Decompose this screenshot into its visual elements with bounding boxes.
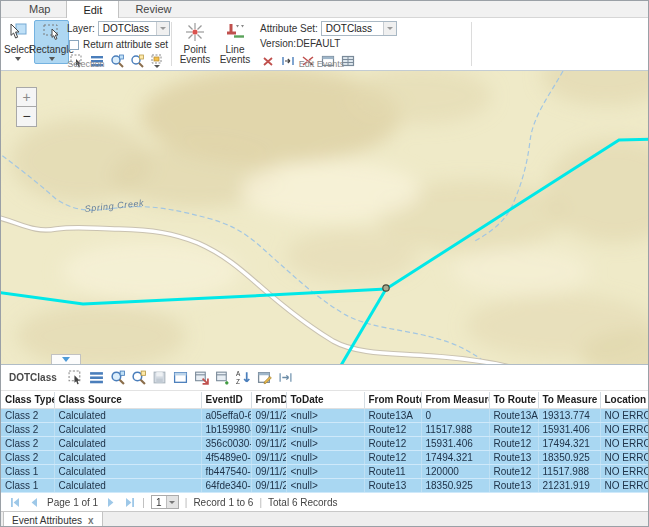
table-cell[interactable]: <null> bbox=[286, 436, 364, 450]
table-cell[interactable]: Route12 bbox=[489, 422, 538, 436]
table-cell[interactable]: Route12 bbox=[364, 422, 421, 436]
table-cell[interactable]: Calculated bbox=[54, 436, 201, 450]
table-row[interactable]: Class 2 Calculated a05effa0-62f8-11e5-8b… bbox=[1, 408, 649, 422]
table-cell[interactable]: 0 bbox=[421, 408, 489, 422]
table-cell[interactable]: 120000 bbox=[421, 464, 489, 478]
table-cell[interactable]: 09/11/2015 bbox=[251, 408, 286, 422]
rectangle-button[interactable]: Rectangle bbox=[34, 20, 69, 64]
column-header[interactable]: To Measure bbox=[538, 392, 600, 408]
tab-review[interactable]: Review bbox=[119, 0, 187, 17]
table-cell[interactable]: Route13A bbox=[364, 408, 421, 422]
open-table-icon[interactable] bbox=[173, 370, 189, 386]
layer-combobox[interactable]: DOTClass bbox=[98, 21, 170, 36]
pan-to-selection-icon[interactable] bbox=[131, 370, 147, 386]
table-cell[interactable]: 19313.774 bbox=[538, 408, 600, 422]
sort-icon[interactable]: AZ bbox=[236, 370, 252, 386]
table-cell[interactable]: NO ERROR bbox=[600, 450, 649, 464]
table-cell[interactable]: 21231.919 bbox=[538, 478, 600, 492]
panel-collapse-tab[interactable] bbox=[51, 354, 81, 364]
select-button[interactable]: Select bbox=[3, 20, 33, 64]
table-cell[interactable]: <null> bbox=[286, 450, 364, 464]
table-row[interactable]: Class 2 Calculated 4f5489e0-62f8-11e5-8b… bbox=[1, 450, 649, 464]
table-cell[interactable]: 11517.988 bbox=[421, 422, 489, 436]
table-cell[interactable]: 09/11/2015 bbox=[251, 478, 286, 492]
table-cell[interactable]: 64fde340-62f8-11e5-8bc6-ee32641d5ec9 bbox=[201, 478, 251, 492]
table-cell[interactable]: 17494.321 bbox=[421, 450, 489, 464]
delete-record-icon[interactable] bbox=[194, 370, 210, 386]
table-row[interactable]: Class 1 Calculated 64fde340-62f8-11e5-8b… bbox=[1, 478, 649, 492]
column-header[interactable]: EventID bbox=[201, 392, 251, 408]
table-cell[interactable]: fb447540-62f7-11e5-8bc6-ee32641d5ec9 bbox=[201, 464, 251, 478]
table-cell[interactable]: Calculated bbox=[54, 464, 201, 478]
table-cell[interactable]: 17494.321 bbox=[538, 436, 600, 450]
map-view[interactable]: Spring Creek + − bbox=[1, 71, 649, 364]
tab-map[interactable]: Map bbox=[13, 0, 66, 17]
table-cell[interactable]: NO ERROR bbox=[600, 464, 649, 478]
table-cell[interactable]: Calculated bbox=[54, 478, 201, 492]
table-cell[interactable]: <null> bbox=[286, 408, 364, 422]
table-cell[interactable]: Route13 bbox=[364, 478, 421, 492]
column-header[interactable]: To Route Name bbox=[489, 392, 538, 408]
first-page-button[interactable] bbox=[9, 496, 22, 509]
table-cell[interactable]: 4f5489e0-62f8-11e5-8bc6-ee32641d5ec9 bbox=[201, 450, 251, 464]
table-cell[interactable]: Route13 bbox=[489, 450, 538, 464]
previous-page-button[interactable] bbox=[28, 496, 41, 509]
table-cell[interactable]: 09/11/2015 bbox=[251, 464, 286, 478]
table-row[interactable]: Class 1 Calculated fb447540-62f7-11e5-8b… bbox=[1, 464, 649, 478]
table-cell[interactable]: 18350.925 bbox=[421, 478, 489, 492]
column-header[interactable]: FromDate bbox=[251, 392, 286, 408]
table-cell[interactable]: 11517.988 bbox=[538, 464, 600, 478]
table-cell[interactable]: 15931.406 bbox=[421, 436, 489, 450]
next-page-button[interactable] bbox=[104, 496, 117, 509]
selection-list-icon[interactable] bbox=[89, 370, 105, 386]
column-header[interactable]: Location Error bbox=[600, 392, 649, 408]
table-cell[interactable]: Route12 bbox=[364, 436, 421, 450]
column-header[interactable]: ToDate bbox=[286, 392, 364, 408]
table-cell[interactable]: Calculated bbox=[54, 450, 201, 464]
table-cell[interactable]: 09/11/2015 bbox=[251, 422, 286, 436]
add-record-icon[interactable] bbox=[215, 370, 231, 386]
table-cell[interactable]: Route13 bbox=[489, 478, 538, 492]
table-cell[interactable]: Route13A bbox=[489, 408, 538, 422]
table-cell[interactable]: Class 1 bbox=[1, 464, 54, 478]
table-cell[interactable]: 15931.406 bbox=[538, 422, 600, 436]
column-header[interactable]: Class Source bbox=[54, 392, 201, 408]
layer-combo-arrow-icon[interactable] bbox=[156, 22, 169, 35]
table-cell[interactable]: a05effa0-62f8-11e5-8bc6-ee32641d5ec9 bbox=[201, 408, 251, 422]
table-row[interactable]: Class 2 Calculated 1b159980-62f8-11e5-8b… bbox=[1, 422, 649, 436]
table-cell[interactable]: Route12 bbox=[489, 436, 538, 450]
zoom-in-button[interactable]: + bbox=[16, 87, 37, 107]
table-cell[interactable]: <null> bbox=[286, 478, 364, 492]
table-cell[interactable]: Class 2 bbox=[1, 450, 54, 464]
attribute-set-combobox[interactable]: DOTClass bbox=[321, 21, 397, 36]
point-events-button[interactable]: Point Events bbox=[176, 20, 214, 64]
table-cell[interactable]: Class 2 bbox=[1, 408, 54, 422]
edit-attributes-icon[interactable] bbox=[257, 370, 273, 386]
page-selector-arrow-icon[interactable] bbox=[166, 496, 178, 508]
measure-icon[interactable] bbox=[278, 370, 294, 386]
table-cell[interactable]: 09/11/2015 bbox=[251, 436, 286, 450]
column-header[interactable]: From Route Name bbox=[364, 392, 421, 408]
table-cell[interactable]: 1b159980-62f8-11e5-8bc6-ee32641d5ec9 bbox=[201, 422, 251, 436]
return-attribute-set-checkbox[interactable] bbox=[69, 40, 79, 50]
table-cell[interactable]: <null> bbox=[286, 422, 364, 436]
save-icon[interactable] bbox=[152, 370, 168, 386]
table-cell[interactable]: 09/11/2015 bbox=[251, 450, 286, 464]
table-cell[interactable]: Route12 bbox=[364, 450, 421, 464]
select-features-icon[interactable] bbox=[68, 370, 84, 386]
column-header[interactable]: Class Type bbox=[1, 392, 54, 408]
close-tab-icon[interactable]: x bbox=[88, 515, 94, 526]
tab-edit[interactable]: Edit bbox=[66, 0, 119, 18]
table-cell[interactable]: <null> bbox=[286, 464, 364, 478]
table-row[interactable]: Class 2 Calculated 356c0030-62f8-11e5-8b… bbox=[1, 436, 649, 450]
table-cell[interactable]: 18350.925 bbox=[538, 450, 600, 464]
zoom-to-selection-icon[interactable] bbox=[110, 370, 126, 386]
table-cell[interactable]: NO ERROR bbox=[600, 436, 649, 450]
last-page-button[interactable] bbox=[123, 496, 136, 509]
column-header[interactable]: From Measure bbox=[421, 392, 489, 408]
table-cell[interactable]: Class 1 bbox=[1, 478, 54, 492]
table-cell[interactable]: Calculated bbox=[54, 422, 201, 436]
table-cell[interactable]: Calculated bbox=[54, 408, 201, 422]
line-events-button[interactable]: Line Events bbox=[216, 20, 254, 64]
table-cell[interactable]: NO ERROR bbox=[600, 408, 649, 422]
